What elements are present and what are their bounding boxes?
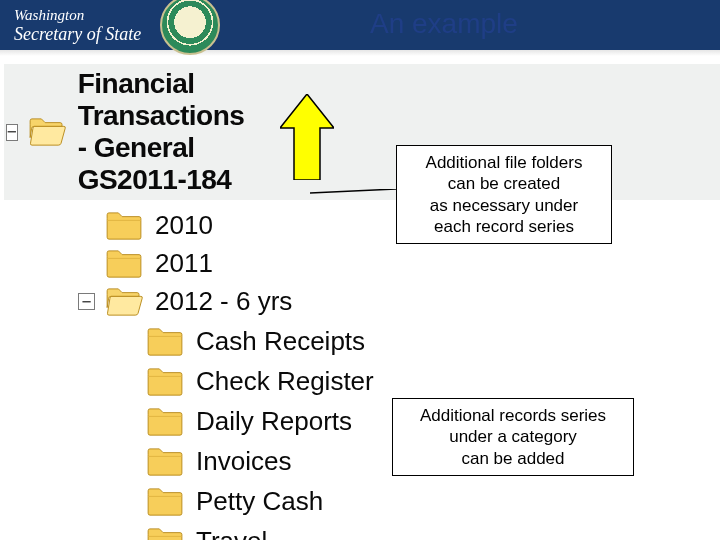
callout-line: as necessary under [407, 195, 601, 216]
folder-closed-icon [105, 211, 143, 241]
header-bar: Washington Secretary of State An example [0, 0, 720, 50]
folder-closed-icon [146, 407, 184, 437]
brand-line2: Secretary of State [14, 25, 141, 43]
svg-line-0 [310, 189, 396, 193]
callout-line: Additional file folders [407, 152, 601, 173]
callout-records-series: Additional records series under a catego… [392, 398, 634, 476]
folder-closed-icon [146, 327, 184, 357]
callout-file-folders: Additional file folders can be created a… [396, 145, 612, 244]
tree-level1: 2010 2011 − 2012 - 6 yrs Cash Receipts C… [78, 210, 720, 540]
spacer [78, 255, 95, 272]
tree-item-2011[interactable]: 2011 [78, 248, 720, 279]
tree-item-petty-cash[interactable]: Petty Cash [146, 486, 720, 517]
brand-line1: Washington [14, 8, 141, 23]
callout-line: under a category [403, 426, 623, 447]
tree-item-label: Travel [196, 526, 267, 540]
tree-item-label: Invoices [196, 446, 291, 477]
callout-line: each record series [407, 216, 601, 237]
tree-root-row[interactable]: − Financial Transactions - General GS201… [4, 64, 720, 200]
tree-root-label: Financial Transactions - General GS2011-… [78, 68, 250, 196]
tree-item-label: Cash Receipts [196, 326, 365, 357]
page-title: An example [370, 8, 518, 40]
folder-closed-icon [105, 249, 143, 279]
expander-icon[interactable]: − [6, 124, 18, 141]
tree-item-label: 2011 [155, 248, 213, 279]
folder-closed-icon [146, 447, 184, 477]
tree-item-label: Daily Reports [196, 406, 352, 437]
tree-item-2012[interactable]: − 2012 - 6 yrs [78, 286, 720, 317]
state-seal-icon [160, 0, 220, 55]
tree-item-label: 2010 [155, 210, 213, 241]
folder-closed-icon [146, 367, 184, 397]
callout-line: Additional records series [403, 405, 623, 426]
header-divider [0, 50, 720, 56]
spacer [78, 217, 95, 234]
folder-open-icon [28, 117, 66, 147]
tree-item-label: Petty Cash [196, 486, 323, 517]
folder-closed-icon [146, 527, 184, 541]
callout-line: can be created [407, 173, 601, 194]
connector-line-icon [310, 192, 396, 194]
arrow-up-icon [280, 94, 334, 180]
tree-item-check-register[interactable]: Check Register [146, 366, 720, 397]
folder-closed-icon [146, 487, 184, 517]
brand: Washington Secretary of State [14, 8, 141, 43]
expander-icon[interactable]: − [78, 293, 95, 310]
tree-item-label: Check Register [196, 366, 374, 397]
tree-item-travel[interactable]: Travel [146, 526, 720, 540]
folder-open-icon [105, 287, 143, 317]
tree-item-label: 2012 - 6 yrs [155, 286, 292, 317]
callout-line: can be added [403, 448, 623, 469]
tree-item-cash-receipts[interactable]: Cash Receipts [146, 326, 720, 357]
